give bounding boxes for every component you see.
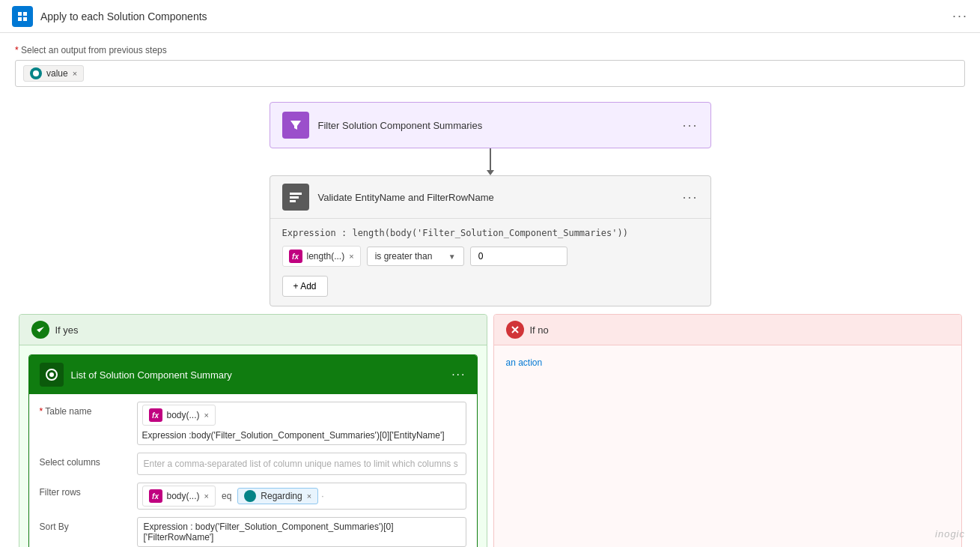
flow-arrow: [490, 148, 491, 171]
action-card-icon: [40, 363, 64, 387]
table-name-tag-label: body(...): [167, 410, 200, 420]
condition-card: Validate EntityName and FilterRowName ··…: [270, 175, 711, 306]
sort-by-expr: Expression : body('Filter_Solution_Compo…: [144, 522, 460, 543]
sort-by-label: Sort By: [40, 517, 130, 532]
condition-value-input[interactable]: [470, 247, 567, 266]
branch-yes: If yes List of Solution Component Summar…: [19, 314, 487, 547]
table-name-func-tag[interactable]: fx body(...) ×: [142, 405, 216, 426]
table-name-label: Table name: [40, 402, 130, 417]
condition-row: fx length(...) × is greater than ▼: [282, 246, 699, 267]
watermark: inogic: [935, 528, 965, 540]
operator-chevron-icon: ▼: [448, 253, 456, 261]
select-output-label: Select an output from previous steps: [15, 45, 965, 55]
table-name-tag-close[interactable]: ×: [204, 411, 209, 420]
table-name-func-icon: fx: [149, 408, 162, 422]
select-columns-placeholder: Enter a comma-separated list of column u…: [144, 459, 458, 469]
branch-no-label: If no: [530, 324, 549, 336]
svg-rect-2: [290, 200, 296, 202]
filter-body-tag[interactable]: fx body(...) ×: [142, 486, 216, 507]
branches-row: If yes List of Solution Component Summar…: [19, 314, 962, 547]
func-tag-close[interactable]: ×: [349, 252, 353, 261]
app-icon: [12, 6, 33, 27]
value-tag[interactable]: value ×: [23, 65, 84, 82]
condition-card-title: Validate EntityName and FilterRowName: [318, 192, 683, 203]
branch-yes-header: If yes: [19, 315, 487, 345]
action-card: List of Solution Component Summary ··· T…: [28, 354, 478, 547]
tag-close-button[interactable]: ×: [73, 69, 77, 78]
operator-label: is greater than: [375, 251, 433, 262]
regarding-tag[interactable]: Regarding ×: [237, 488, 318, 504]
action-card-header: List of Solution Component Summary ···: [29, 355, 477, 394]
filter-eq-label: eq: [219, 491, 234, 501]
action-body: Table name fx body(...) × Expression :bo…: [29, 394, 477, 547]
tag-icon: [30, 67, 42, 79]
regarding-icon: [244, 490, 256, 502]
add-action-link[interactable]: an action: [506, 357, 543, 368]
filter-card: Filter Solution Component Summaries ···: [270, 102, 711, 148]
branch-yes-label: If yes: [55, 324, 79, 336]
x-icon: [506, 321, 524, 339]
table-name-expr: Expression :body('Filter_Solution_Compon…: [142, 429, 445, 442]
expression-label: Expression : length(body('Filter_Solutio…: [282, 228, 699, 238]
filter-body-func-icon: fx: [149, 489, 162, 503]
table-name-row: Table name fx body(...) × Expression :bo…: [40, 402, 466, 445]
branch-no-body: an action: [494, 345, 961, 380]
func-tag[interactable]: fx length(...) ×: [282, 246, 361, 267]
filter-rows-row: Filter rows fx body(...) × eq: [40, 483, 466, 510]
branch-no-header: If no: [494, 315, 961, 345]
select-columns-row: Select columns Enter a comma-separated l…: [40, 453, 466, 475]
add-button[interactable]: + Add: [282, 276, 328, 297]
branch-no: If no an action: [493, 314, 962, 547]
operator-select[interactable]: is greater than ▼: [367, 247, 464, 266]
func-icon: fx: [289, 250, 302, 263]
filter-card-more-button[interactable]: ···: [682, 118, 698, 133]
canvas: Select an output from previous steps val…: [0, 33, 980, 547]
check-icon: [31, 321, 49, 339]
tag-label: value: [46, 68, 68, 79]
condition-icon: [282, 184, 309, 211]
flow-area: Filter Solution Component Summaries ··· …: [15, 102, 965, 547]
header: Apply to each Solution Components ···: [0, 0, 980, 33]
action-card-title: List of Solution Component Summary: [71, 369, 452, 381]
sort-by-row: Sort By Expression : body('Filter_Soluti…: [40, 517, 466, 547]
output-box[interactable]: value ×: [15, 60, 965, 87]
action-card-more-button[interactable]: ···: [451, 368, 466, 381]
header-title: Apply to each Solution Components: [40, 10, 952, 22]
table-name-field[interactable]: fx body(...) × Expression :body('Filter_…: [137, 402, 466, 445]
filter-body-tag-label: body(...): [167, 491, 200, 501]
condition-body: Expression : length(body('Filter_Solutio…: [270, 219, 710, 306]
svg-rect-0: [290, 193, 302, 195]
add-button-row: + Add: [282, 276, 699, 297]
sort-by-input[interactable]: Expression : body('Filter_Solution_Compo…: [137, 517, 466, 547]
select-columns-label: Select columns: [40, 453, 130, 468]
svg-rect-1: [290, 196, 299, 199]
regarding-tag-close[interactable]: ×: [307, 492, 311, 501]
select-columns-input[interactable]: Enter a comma-separated list of column u…: [137, 453, 466, 475]
filter-card-title: Filter Solution Component Summaries: [318, 120, 683, 131]
svg-point-4: [49, 372, 54, 377]
header-more-button[interactable]: ···: [952, 8, 968, 24]
regarding-label: Regarding: [261, 491, 302, 501]
filter-rows-label: Filter rows: [40, 483, 130, 498]
filter-rows-field[interactable]: fx body(...) × eq Regarding ×: [137, 483, 466, 510]
filter-card-icon: [282, 112, 309, 139]
filter-body-tag-close[interactable]: ×: [204, 492, 209, 501]
condition-header: Validate EntityName and FilterRowName ··…: [270, 176, 710, 219]
condition-card-more-button[interactable]: ···: [682, 190, 698, 205]
func-tag-label: length(...): [307, 251, 345, 262]
